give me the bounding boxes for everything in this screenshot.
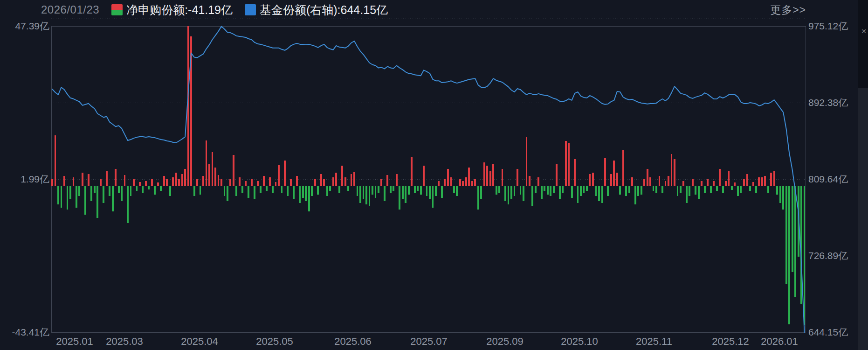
bar-net-subscription[interactable] — [124, 175, 126, 186]
bar-net-subscription[interactable] — [169, 186, 171, 196]
bar-net-subscription[interactable] — [785, 186, 787, 284]
bar-net-subscription[interactable] — [214, 168, 216, 186]
bar-net-subscription[interactable] — [100, 179, 102, 186]
bar-net-subscription[interactable] — [299, 186, 301, 203]
bar-net-subscription[interactable] — [272, 186, 274, 192]
bar-net-subscription[interactable] — [405, 186, 406, 203]
bar-net-subscription[interactable] — [776, 186, 778, 194]
bar-net-subscription[interactable] — [468, 168, 470, 186]
bar-net-subscription[interactable] — [78, 186, 80, 196]
bar-net-subscription[interactable] — [647, 169, 648, 186]
bar-net-subscription[interactable] — [317, 186, 319, 194]
bar-net-subscription[interactable] — [311, 186, 313, 196]
bar-net-subscription[interactable] — [393, 186, 394, 191]
bar-net-subscription[interactable] — [631, 177, 633, 186]
bar-net-subscription[interactable] — [263, 176, 265, 186]
bar-net-subscription[interactable] — [628, 186, 630, 192]
bar-net-subscription[interactable] — [423, 166, 425, 186]
bar-net-subscription[interactable] — [302, 186, 304, 197]
bar-net-subscription[interactable] — [698, 186, 700, 199]
bar-net-subscription[interactable] — [541, 186, 543, 199]
bar-net-subscription[interactable] — [682, 181, 684, 186]
bar-net-subscription[interactable] — [365, 186, 367, 204]
bar-net-subscription[interactable] — [731, 186, 733, 190]
rail-collapse-icon[interactable]: ✕ — [861, 28, 867, 35]
bar-net-subscription[interactable] — [444, 179, 446, 186]
bar-net-subscription[interactable] — [713, 181, 715, 186]
bar-net-subscription[interactable] — [118, 186, 120, 192]
bar-net-subscription[interactable] — [251, 179, 253, 186]
bar-net-subscription[interactable] — [544, 186, 545, 191]
bar-net-subscription[interactable] — [565, 141, 567, 186]
bar-net-subscription[interactable] — [562, 186, 564, 192]
bar-net-subscription[interactable] — [151, 179, 153, 186]
bar-net-subscription[interactable] — [453, 186, 455, 192]
bar-net-subscription[interactable] — [426, 186, 428, 196]
bar-net-subscription[interactable] — [287, 186, 289, 196]
bar-net-subscription[interactable] — [792, 186, 793, 272]
bar-net-subscription[interactable] — [417, 186, 419, 191]
bar-net-subscription[interactable] — [788, 186, 790, 324]
bar-net-subscription[interactable] — [601, 186, 603, 203]
bar-net-subscription[interactable] — [595, 186, 597, 196]
bar-net-subscription[interactable] — [55, 135, 56, 186]
bar-net-subscription[interactable] — [719, 169, 721, 186]
bar-net-subscription[interactable] — [233, 155, 234, 186]
bar-net-subscription[interactable] — [130, 186, 132, 196]
bar-net-subscription[interactable] — [344, 177, 346, 186]
bar-net-subscription[interactable] — [305, 186, 307, 201]
bar-net-subscription[interactable] — [269, 177, 271, 186]
bar-net-subscription[interactable] — [73, 177, 75, 186]
bar-net-subscription[interactable] — [577, 186, 579, 203]
bar-net-subscription[interactable] — [704, 186, 706, 192]
bar-net-subscription[interactable] — [90, 186, 92, 201]
bar-net-subscription[interactable] — [115, 169, 117, 186]
bar-net-subscription[interactable] — [574, 159, 576, 186]
bar-net-subscription[interactable] — [402, 186, 404, 199]
bar-net-subscription[interactable] — [375, 186, 377, 197]
bar-net-subscription[interactable] — [314, 179, 316, 186]
bar-net-subscription[interactable] — [326, 186, 328, 196]
bar-net-subscription[interactable] — [725, 181, 727, 186]
bar-net-subscription[interactable] — [607, 186, 609, 196]
bar-net-subscription[interactable] — [235, 186, 237, 196]
bar-net-subscription[interactable] — [239, 177, 241, 186]
bar-net-subscription[interactable] — [794, 186, 796, 297]
bar-net-subscription[interactable] — [248, 186, 249, 197]
bar-net-subscription[interactable] — [695, 186, 696, 194]
legend-item-fund-shares[interactable]: 基金份额(右轴):644.15亿 — [245, 2, 388, 18]
bar-net-subscription[interactable] — [332, 177, 334, 186]
bar-net-subscription[interactable] — [275, 182, 277, 186]
bar-net-subscription[interactable] — [160, 186, 162, 191]
bar-net-subscription[interactable] — [112, 186, 114, 211]
bar-net-subscription[interactable] — [550, 186, 551, 196]
bar-net-subscription[interactable] — [178, 179, 180, 186]
bar-net-subscription[interactable] — [154, 186, 156, 194]
bar-net-subscription[interactable] — [477, 186, 479, 210]
bar-net-subscription[interactable] — [103, 186, 104, 203]
bar-net-subscription[interactable] — [278, 165, 280, 186]
chart-plot[interactable]: 47.39亿1.99亿-43.41亿975.12亿892.38亿809.64亿7… — [0, 0, 868, 350]
bar-net-subscription[interactable] — [206, 140, 207, 186]
bar-net-subscription[interactable] — [483, 162, 485, 186]
bar-net-subscription[interactable] — [380, 179, 382, 186]
bar-net-subscription[interactable] — [109, 186, 110, 196]
bar-net-subscription[interactable] — [613, 161, 615, 186]
bar-net-subscription[interactable] — [701, 181, 703, 186]
bar-net-subscription[interactable] — [196, 179, 198, 186]
bar-net-subscription[interactable] — [241, 186, 243, 192]
legend-item-net-subscription[interactable]: 净申购份额:-41.19亿 — [111, 2, 233, 18]
bar-net-subscription[interactable] — [420, 186, 422, 194]
bar-net-subscription[interactable] — [351, 174, 352, 186]
bar-net-subscription[interactable] — [96, 186, 98, 218]
bar-net-subscription[interactable] — [710, 186, 712, 192]
bar-net-subscription[interactable] — [498, 186, 500, 192]
bar-net-subscription[interactable] — [353, 172, 355, 186]
bar-net-subscription[interactable] — [610, 174, 612, 186]
bar-net-subscription[interactable] — [200, 186, 201, 194]
bar-net-subscription[interactable] — [761, 177, 763, 186]
bar-net-subscription[interactable] — [193, 186, 195, 196]
bar-net-subscription[interactable] — [559, 186, 561, 199]
bar-net-subscription[interactable] — [616, 173, 618, 186]
bar-net-subscription[interactable] — [728, 171, 730, 186]
